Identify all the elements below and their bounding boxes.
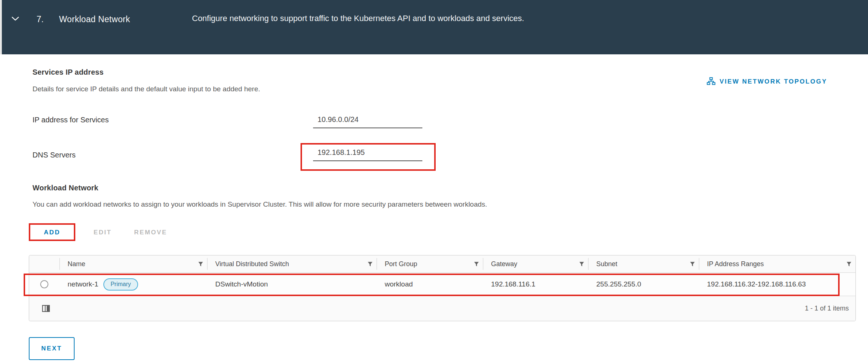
view-network-topology-label: VIEW NETWORK TOPOLOGY: [720, 78, 827, 85]
step-header: 7. Workload Network Configure networking…: [0, 0, 868, 54]
step-description: Configure networking to support traffic …: [192, 10, 532, 27]
view-network-topology-link[interactable]: VIEW NETWORK TOPOLOGY: [706, 77, 827, 87]
panel-left-edge: [0, 0, 2, 54]
ip-for-services-input[interactable]: [313, 113, 422, 128]
chevron-down-icon[interactable]: [10, 14, 20, 24]
workload-network-step-panel: 7. Workload Network Configure networking…: [0, 0, 868, 363]
column-picker-icon[interactable]: [41, 304, 51, 313]
row-gateway: 192.168.116.1: [483, 280, 588, 288]
dns-servers-label: DNS Servers: [32, 151, 76, 159]
filter-icon[interactable]: [690, 261, 695, 267]
filter-icon[interactable]: [846, 261, 852, 267]
services-section-description: Details for service IP details and the d…: [32, 85, 260, 93]
column-header-ip-address-ranges: IP Address Ranges: [699, 255, 855, 272]
selection-column-header: [29, 255, 59, 272]
filter-icon[interactable]: [367, 261, 373, 267]
filter-icon[interactable]: [579, 261, 584, 267]
step-number: 7.: [37, 14, 44, 24]
edit-button[interactable]: EDIT: [85, 225, 120, 240]
services-section-title: Services IP address: [32, 68, 103, 77]
dns-servers-input[interactable]: [313, 146, 422, 161]
ip-for-services-label: IP address for Services: [32, 116, 109, 124]
next-button[interactable]: NEXT: [29, 337, 75, 360]
column-header-subnet: Subnet: [588, 255, 699, 272]
workload-section-title: Workload Network: [32, 184, 98, 192]
workload-networks-table: Name Virtual Distributed Switch Port Gro…: [29, 255, 856, 321]
row-radio-button[interactable]: [40, 280, 48, 288]
filter-icon[interactable]: [474, 261, 479, 267]
workload-section-description: You can add workload networks to assign …: [32, 200, 487, 208]
filter-icon[interactable]: [198, 261, 203, 267]
primary-badge: Primary: [103, 278, 138, 291]
pagination-count: 1 - 1 of 1 items: [805, 305, 849, 312]
step-title: Workload Network: [59, 14, 130, 24]
column-header-name: Name: [59, 255, 207, 272]
table-row-network-1[interactable]: network-1 Primary DSwitch-vMotion worklo…: [29, 273, 855, 296]
add-button[interactable]: ADD: [30, 225, 74, 240]
row-name: network-1: [68, 280, 98, 288]
column-header-gateway: Gateway: [483, 255, 588, 272]
network-topology-icon: [706, 77, 716, 87]
row-port-group: workload: [377, 280, 483, 288]
table-footer: 1 - 1 of 1 items: [29, 296, 855, 321]
table-header-row: Name Virtual Distributed Switch Port Gro…: [29, 255, 855, 273]
column-header-virtual-distributed-switch: Virtual Distributed Switch: [207, 255, 377, 272]
row-ip-address-ranges: 192.168.116.32-192.168.116.63: [699, 280, 855, 288]
row-virtual-distributed-switch: DSwitch-vMotion: [207, 280, 377, 288]
row-subnet: 255.255.255.0: [588, 280, 699, 288]
remove-button[interactable]: REMOVE: [128, 225, 173, 240]
column-header-port-group: Port Group: [377, 255, 483, 272]
